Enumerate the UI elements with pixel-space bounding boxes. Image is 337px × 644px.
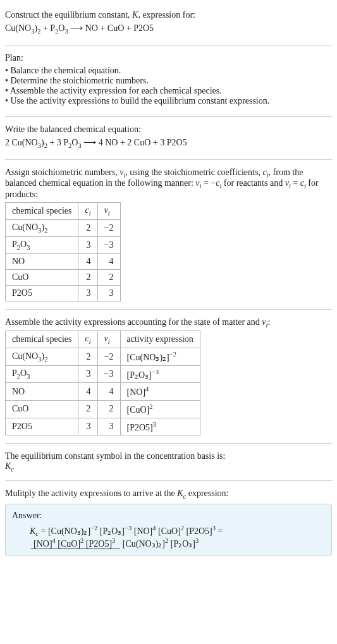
balanced-equation: 2 Cu(NO3)2 + 3 P2O3 ⟶ 4 NO + 2 CuO + 3 P… xyxy=(5,137,332,149)
fraction: [NO]4 [CuO]2 [P2O5]3 [Cu(NO₃)₂]2 [P₂O₃]3 xyxy=(31,538,201,550)
assign-text: Assign stoichiometric numbers, νi, using… xyxy=(5,167,332,200)
plan-item: Determine the stoichiometric numbers. xyxy=(5,76,332,86)
basis-text: The equilibrium constant symbol in the c… xyxy=(5,451,332,461)
fraction-denominator: [Cu(NO₃)₂]2 [P₂O₃]3 xyxy=(120,539,201,549)
separator xyxy=(5,159,332,160)
table-row: Cu(NO3)2 2 −2 [Cu(NO₃)₂]−2 xyxy=(6,348,200,366)
table-row: P2O3 3 −3 xyxy=(6,236,121,253)
plan-list: Balance the chemical equation. Determine… xyxy=(5,66,332,106)
activity-section: Assemble the activity expressions accoun… xyxy=(5,312,332,441)
col-nui: νi xyxy=(97,331,120,348)
answer-label: Answer: xyxy=(12,511,325,521)
plan-title: Plan: xyxy=(5,53,332,63)
multiply-text: Mulitply the activity expressions to arr… xyxy=(5,489,332,500)
table-header-row: chemical species ci νi xyxy=(6,203,121,220)
col-ci: ci xyxy=(78,203,97,220)
col-species: chemical species xyxy=(6,203,78,220)
stoich-table: chemical species ci νi Cu(NO3)2 2 −2 P2O… xyxy=(5,202,121,301)
balanced-section: Write the balanced chemical equation: 2 … xyxy=(5,119,332,157)
table-row: CuO 2 2 [CuO]2 xyxy=(6,401,200,418)
table-row: NO 4 4 xyxy=(6,253,121,269)
table-row: P2O5 3 3 xyxy=(6,285,121,301)
multiply-section: Mulitply the activity expressions to arr… xyxy=(5,483,332,561)
table-header-row: chemical species ci νi activity expressi… xyxy=(6,331,200,348)
table-row: P2O3 3 −3 [P₂O₃]−3 xyxy=(6,365,200,383)
separator xyxy=(5,309,332,310)
assign-section: Assign stoichiometric numbers, νi, using… xyxy=(5,162,332,307)
col-activity: activity expression xyxy=(120,331,200,348)
plan-item: Assemble the activity expression for eac… xyxy=(5,86,332,96)
table-row: Cu(NO3)2 2 −2 xyxy=(6,219,121,236)
fraction-numerator: [NO]4 [CuO]2 [P2O5]3 xyxy=(31,539,120,549)
activity-text: Assemble the activity expressions accoun… xyxy=(5,317,332,329)
plan-item: Use the activity expressions to build th… xyxy=(5,96,332,106)
unbalanced-equation: Cu(NO3)2 + P2O3 ⟶ NO + CuO + P2O5 xyxy=(5,23,332,35)
prompt-section: Construct the equilibrium constant, K, e… xyxy=(5,5,332,42)
answer-expression: Kc = [Cu(NO₃)₂]−2 [P₂O₃]−3 [NO]4 [CuO]2 … xyxy=(30,525,325,549)
col-nui: νi xyxy=(97,203,120,220)
separator xyxy=(5,45,332,46)
answer-box: Answer: Kc = [Cu(NO₃)₂]−2 [P₂O₃]−3 [NO]4… xyxy=(5,504,332,556)
col-ci: ci xyxy=(78,331,97,348)
activity-table: chemical species ci νi activity expressi… xyxy=(5,331,200,435)
K-symbol: K xyxy=(132,10,138,20)
table-row: NO 4 4 [NO]4 xyxy=(6,383,200,401)
Kc-symbol: Kc xyxy=(5,461,332,473)
table-row: P2O5 3 3 [P2O5]3 xyxy=(6,418,200,435)
separator xyxy=(5,116,332,117)
basis-section: The equilibrium constant symbol in the c… xyxy=(5,446,332,478)
balanced-title: Write the balanced chemical equation: xyxy=(5,125,332,135)
prompt-line-1: Construct the equilibrium constant, K, e… xyxy=(5,10,332,20)
plan-section: Plan: Balance the chemical equation. Det… xyxy=(5,48,332,114)
prompt-text-a: Construct the equilibrium constant, xyxy=(5,10,132,20)
plan-item: Balance the chemical equation. xyxy=(5,66,332,76)
col-species: chemical species xyxy=(6,331,78,348)
table-row: CuO 2 2 xyxy=(6,269,121,285)
separator xyxy=(5,480,332,481)
prompt-text-b: , expression for: xyxy=(138,10,195,20)
separator xyxy=(5,443,332,444)
